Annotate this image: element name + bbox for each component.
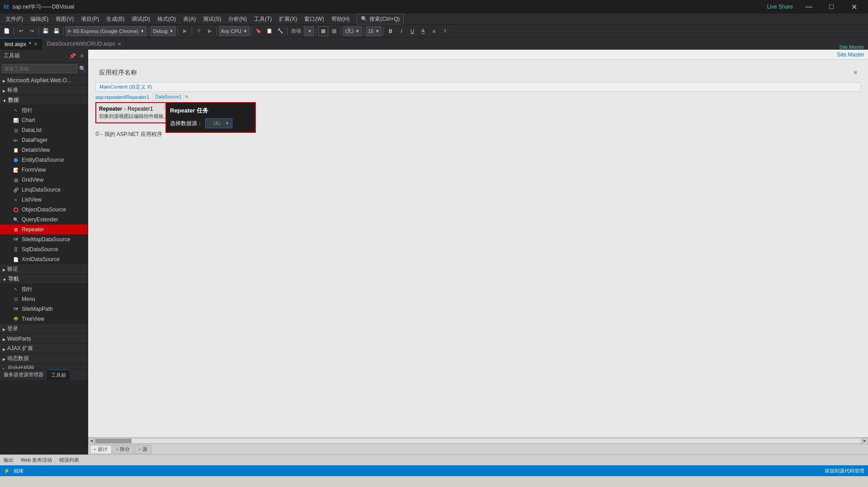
item-datapager[interactable]: ⏭ DataPager [0, 135, 88, 145]
hscroll-track[interactable] [95, 439, 861, 443]
undo-btn[interactable]: ↩ [16, 26, 26, 36]
save-all-btn[interactable]: 💾 [52, 26, 61, 36]
menu-view[interactable]: 视图(V) [52, 14, 77, 24]
redo-btn[interactable]: ↪ [27, 26, 37, 36]
menu-project[interactable]: 项目(P) [77, 14, 103, 24]
toolbox-search-input[interactable] [2, 64, 77, 73]
tab-split[interactable]: ▪ 拆分 [113, 445, 134, 454]
zoom-dropdown[interactable]: (无) ▼ [343, 26, 362, 36]
menu-table[interactable]: 表(A) [179, 14, 199, 24]
canvas-hscrollbar[interactable]: ◀ ▶ [88, 437, 868, 444]
menu-tools[interactable]: 工具(T) [250, 14, 275, 24]
font-size-dropdown[interactable]: 15 ▼ [366, 26, 382, 36]
unpin-icon[interactable]: ✕ [80, 53, 84, 59]
menu-analyze[interactable]: 分析(N) [225, 14, 250, 24]
toolbar-btn-b[interactable]: 📋 [264, 26, 274, 36]
tab-datasource-close[interactable]: ✕ [118, 42, 121, 47]
format-btn-2[interactable]: ⌇ [440, 26, 450, 36]
menu-build[interactable]: 生成(B) [103, 14, 128, 24]
menu-edit[interactable]: 编辑(E) [27, 14, 52, 24]
main-content-label[interactable]: MainContent (自定义 X) [95, 82, 861, 92]
item-sitemapdatasource[interactable]: 🗺 SiteMapDataSource [0, 234, 88, 244]
datasource-badge[interactable]: DataSource1 [153, 94, 184, 100]
item-chart[interactable]: 📊 Chart [0, 115, 88, 125]
minimize-button[interactable]: — [798, 0, 819, 14]
item-xmldatasource[interactable]: 📄 XmlDataSource [0, 254, 88, 264]
item-pointer-nav[interactable]: ↖ 指针 [0, 284, 88, 294]
group-webparts[interactable]: WebParts [0, 334, 88, 344]
item-repeater[interactable]: ⊞ Repeater [0, 225, 88, 234]
restart-btn[interactable]: ↺ [194, 26, 204, 36]
toolbar-btn-a[interactable]: 🔖 [254, 26, 264, 36]
item-sitemappath[interactable]: 🗺 SiteMapPath [0, 304, 88, 314]
group-microsoft[interactable]: Microsoft.AspNet.Web.O... [0, 75, 88, 85]
format-btn-1[interactable]: ≡ [429, 26, 439, 36]
align-btn[interactable]: A̲ [418, 26, 428, 36]
item-detailsview[interactable]: 📋 DetailsView [0, 145, 88, 155]
group-validation[interactable]: 验证 [0, 264, 88, 274]
menu-window[interactable]: 窗口(W) [301, 14, 327, 24]
tab-design[interactable]: ▪ 设计 [90, 445, 112, 454]
group-data[interactable]: 数据 [0, 95, 88, 105]
menu-extensions[interactable]: 扩展(X) [275, 14, 301, 24]
site-master-link[interactable]: Site.Master [837, 52, 864, 58]
site-master-link[interactable]: Site.Master [839, 44, 864, 50]
menu-format[interactable]: 格式(O) [154, 14, 179, 24]
group-startup[interactable]: 启动代码段 [0, 364, 88, 369]
datasource-dropdown[interactable]: (无) ▼ [205, 118, 232, 128]
item-entitydatasource[interactable]: 🔷 EntityDataSource [0, 155, 88, 165]
item-gridview[interactable]: ▦ GridView [0, 175, 88, 185]
toolbar-layout-btn2[interactable]: ▤ [329, 26, 339, 36]
underline-btn[interactable]: U [407, 26, 417, 36]
group-login[interactable]: 登录 [0, 324, 88, 334]
group-standard[interactable]: 标准 [0, 85, 88, 95]
item-datalist[interactable]: ▤ DataList [0, 125, 88, 135]
asp-breadcrumb-text[interactable]: asp:repeater#Repeater1 [95, 94, 149, 100]
tab-web-publish[interactable]: Web 发布活动 [21, 457, 52, 464]
menu-debug[interactable]: 调试(D) [128, 14, 154, 24]
auto-dropdown[interactable]: ▼ [304, 26, 314, 36]
tab-source[interactable]: ▪ 源 [135, 445, 151, 454]
maximize-button[interactable]: □ [821, 0, 842, 14]
server-explorer-tab[interactable]: 服务器资源管理器 [0, 370, 47, 380]
item-sqldatasource[interactable]: 🗄 SqlDataSource [0, 244, 88, 254]
item-pointer-data[interactable]: ↖ 指针 [0, 105, 88, 115]
play-btn[interactable]: ▶ [180, 26, 190, 36]
menu-test[interactable]: 测试(S) [199, 14, 225, 24]
pin-icon[interactable]: 📌 [69, 53, 76, 59]
group-ajax[interactable]: AJAX 扩展 [0, 344, 88, 354]
group-nav[interactable]: 导航 [0, 274, 88, 284]
italic-btn[interactable]: I [396, 26, 406, 36]
item-treeview[interactable]: 🌳 TreeView [0, 314, 88, 324]
item-formview[interactable]: 📝 FormView [0, 165, 88, 175]
hscroll-thumb[interactable] [95, 439, 132, 443]
toolbar-btn-c[interactable]: 🔧 [275, 26, 285, 36]
source-control-btn[interactable]: 添加到源代码管理 [825, 468, 864, 474]
bold-btn[interactable]: B [386, 26, 396, 36]
menu-file[interactable]: 文件(F) [2, 14, 27, 24]
item-objectdatasource[interactable]: ⭕ ObjectDataSource [0, 205, 88, 215]
repeater-box[interactable]: Repeater - Repeater1 切换到源视图以编辑控件模板。 ▶ [95, 102, 172, 123]
live-share-btn[interactable]: Live Share [767, 4, 793, 10]
save-btn[interactable]: 💾 [41, 26, 51, 36]
toolbox-tab[interactable]: 工具箱 [47, 370, 70, 380]
group-dynamic[interactable]: 动态数据 [0, 354, 88, 364]
item-linqdatasource[interactable]: 🔗 LinqDataSource [0, 185, 88, 195]
run-config-dropdown[interactable]: ▶ IIS Express (Google Chrome) ▼ [66, 26, 146, 36]
tab-errors[interactable]: 错误列表 [59, 457, 79, 464]
menu-help[interactable]: 帮助(H) [328, 14, 354, 24]
tab-test-aspx[interactable]: test.aspx * ✕ [0, 38, 42, 50]
toolbar-layout-btn1[interactable]: ▦ [318, 26, 328, 36]
scroll-right-btn[interactable]: ▶ [862, 438, 868, 444]
toolbar-btn-d[interactable]: 自动 [289, 26, 303, 36]
item-listview[interactable]: ≡ ListView [0, 195, 88, 205]
tab-output[interactable]: 输出 [4, 457, 14, 464]
scroll-left-btn[interactable]: ◀ [88, 438, 94, 444]
close-button[interactable]: ✕ [844, 0, 864, 14]
item-menu[interactable]: ☰ Menu [0, 294, 88, 304]
platform-dropdown[interactable]: Any CPU ▼ [219, 26, 250, 36]
menu-search[interactable]: 🔍 搜索(Ctrl+Q) [357, 14, 404, 24]
debug-play-btn[interactable]: ▶ [205, 26, 215, 36]
new-project-btn[interactable]: 📄 [2, 26, 12, 36]
debug-dropdown[interactable]: Debug ▼ [151, 26, 175, 36]
